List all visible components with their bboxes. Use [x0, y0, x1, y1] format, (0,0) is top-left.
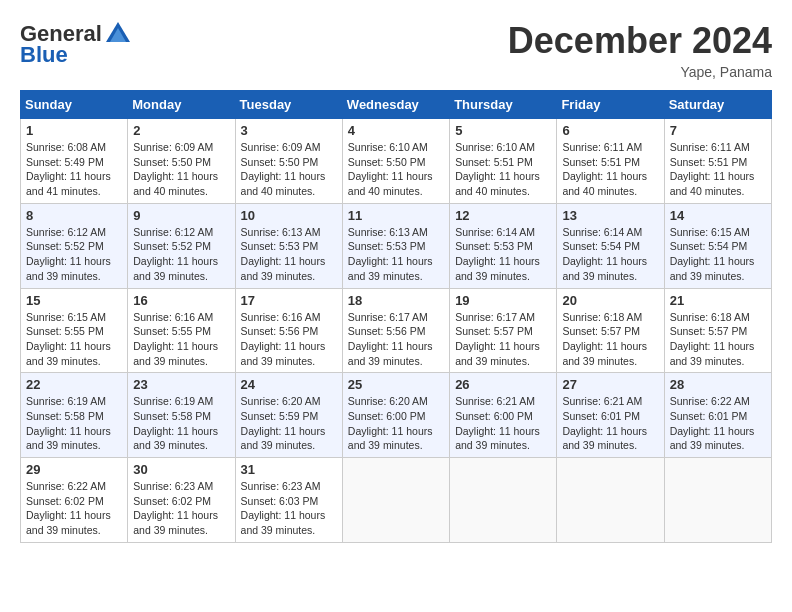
- logo: General Blue: [20, 20, 132, 66]
- calendar-cell: 14Sunrise: 6:15 AMSunset: 5:54 PMDayligh…: [664, 203, 771, 288]
- calendar-cell: 20Sunrise: 6:18 AMSunset: 5:57 PMDayligh…: [557, 288, 664, 373]
- calendar-week-2: 8Sunrise: 6:12 AMSunset: 5:52 PMDaylight…: [21, 203, 772, 288]
- day-number: 16: [133, 293, 229, 308]
- calendar-cell: 11Sunrise: 6:13 AMSunset: 5:53 PMDayligh…: [342, 203, 449, 288]
- day-info: Sunrise: 6:11 AMSunset: 5:51 PMDaylight:…: [562, 140, 658, 199]
- weekday-header-friday: Friday: [557, 91, 664, 119]
- day-number: 7: [670, 123, 766, 138]
- day-number: 27: [562, 377, 658, 392]
- day-number: 29: [26, 462, 122, 477]
- day-info: Sunrise: 6:23 AMSunset: 6:03 PMDaylight:…: [241, 479, 337, 538]
- calendar-cell: 27Sunrise: 6:21 AMSunset: 6:01 PMDayligh…: [557, 373, 664, 458]
- calendar-cell: 6Sunrise: 6:11 AMSunset: 5:51 PMDaylight…: [557, 119, 664, 204]
- page-header: General Blue December 2024 Yape, Panama: [20, 20, 772, 80]
- day-number: 21: [670, 293, 766, 308]
- calendar-cell: 18Sunrise: 6:17 AMSunset: 5:56 PMDayligh…: [342, 288, 449, 373]
- calendar-cell: 4Sunrise: 6:10 AMSunset: 5:50 PMDaylight…: [342, 119, 449, 204]
- day-info: Sunrise: 6:11 AMSunset: 5:51 PMDaylight:…: [670, 140, 766, 199]
- weekday-header-wednesday: Wednesday: [342, 91, 449, 119]
- day-info: Sunrise: 6:09 AMSunset: 5:50 PMDaylight:…: [133, 140, 229, 199]
- day-info: Sunrise: 6:16 AMSunset: 5:56 PMDaylight:…: [241, 310, 337, 369]
- day-info: Sunrise: 6:18 AMSunset: 5:57 PMDaylight:…: [562, 310, 658, 369]
- day-number: 8: [26, 208, 122, 223]
- day-number: 3: [241, 123, 337, 138]
- day-number: 23: [133, 377, 229, 392]
- calendar-cell: 10Sunrise: 6:13 AMSunset: 5:53 PMDayligh…: [235, 203, 342, 288]
- day-info: Sunrise: 6:17 AMSunset: 5:57 PMDaylight:…: [455, 310, 551, 369]
- day-number: 25: [348, 377, 444, 392]
- day-info: Sunrise: 6:10 AMSunset: 5:51 PMDaylight:…: [455, 140, 551, 199]
- calendar-cell: [664, 458, 771, 543]
- day-info: Sunrise: 6:17 AMSunset: 5:56 PMDaylight:…: [348, 310, 444, 369]
- calendar-cell: 12Sunrise: 6:14 AMSunset: 5:53 PMDayligh…: [450, 203, 557, 288]
- weekday-header-row: SundayMondayTuesdayWednesdayThursdayFrid…: [21, 91, 772, 119]
- calendar-cell: 8Sunrise: 6:12 AMSunset: 5:52 PMDaylight…: [21, 203, 128, 288]
- day-info: Sunrise: 6:08 AMSunset: 5:49 PMDaylight:…: [26, 140, 122, 199]
- location: Yape, Panama: [508, 64, 772, 80]
- day-number: 5: [455, 123, 551, 138]
- calendar-table: SundayMondayTuesdayWednesdayThursdayFrid…: [20, 90, 772, 543]
- calendar-cell: 28Sunrise: 6:22 AMSunset: 6:01 PMDayligh…: [664, 373, 771, 458]
- calendar-cell: 5Sunrise: 6:10 AMSunset: 5:51 PMDaylight…: [450, 119, 557, 204]
- calendar-cell: [450, 458, 557, 543]
- day-number: 19: [455, 293, 551, 308]
- calendar-cell: 19Sunrise: 6:17 AMSunset: 5:57 PMDayligh…: [450, 288, 557, 373]
- day-number: 30: [133, 462, 229, 477]
- calendar-cell: 24Sunrise: 6:20 AMSunset: 5:59 PMDayligh…: [235, 373, 342, 458]
- day-info: Sunrise: 6:15 AMSunset: 5:54 PMDaylight:…: [670, 225, 766, 284]
- day-number: 18: [348, 293, 444, 308]
- day-info: Sunrise: 6:22 AMSunset: 6:01 PMDaylight:…: [670, 394, 766, 453]
- logo-icon: [104, 20, 132, 48]
- day-info: Sunrise: 6:20 AMSunset: 6:00 PMDaylight:…: [348, 394, 444, 453]
- day-number: 6: [562, 123, 658, 138]
- calendar-cell: 22Sunrise: 6:19 AMSunset: 5:58 PMDayligh…: [21, 373, 128, 458]
- calendar-cell: 26Sunrise: 6:21 AMSunset: 6:00 PMDayligh…: [450, 373, 557, 458]
- day-number: 17: [241, 293, 337, 308]
- weekday-header-monday: Monday: [128, 91, 235, 119]
- calendar-cell: 31Sunrise: 6:23 AMSunset: 6:03 PMDayligh…: [235, 458, 342, 543]
- day-number: 20: [562, 293, 658, 308]
- day-info: Sunrise: 6:10 AMSunset: 5:50 PMDaylight:…: [348, 140, 444, 199]
- weekday-header-saturday: Saturday: [664, 91, 771, 119]
- calendar-cell: 29Sunrise: 6:22 AMSunset: 6:02 PMDayligh…: [21, 458, 128, 543]
- day-number: 10: [241, 208, 337, 223]
- calendar-week-5: 29Sunrise: 6:22 AMSunset: 6:02 PMDayligh…: [21, 458, 772, 543]
- day-number: 15: [26, 293, 122, 308]
- calendar-week-3: 15Sunrise: 6:15 AMSunset: 5:55 PMDayligh…: [21, 288, 772, 373]
- day-info: Sunrise: 6:09 AMSunset: 5:50 PMDaylight:…: [241, 140, 337, 199]
- day-info: Sunrise: 6:19 AMSunset: 5:58 PMDaylight:…: [133, 394, 229, 453]
- calendar-cell: 17Sunrise: 6:16 AMSunset: 5:56 PMDayligh…: [235, 288, 342, 373]
- calendar-cell: 25Sunrise: 6:20 AMSunset: 6:00 PMDayligh…: [342, 373, 449, 458]
- day-number: 24: [241, 377, 337, 392]
- calendar-cell: 15Sunrise: 6:15 AMSunset: 5:55 PMDayligh…: [21, 288, 128, 373]
- calendar-cell: 7Sunrise: 6:11 AMSunset: 5:51 PMDaylight…: [664, 119, 771, 204]
- day-info: Sunrise: 6:12 AMSunset: 5:52 PMDaylight:…: [26, 225, 122, 284]
- day-info: Sunrise: 6:22 AMSunset: 6:02 PMDaylight:…: [26, 479, 122, 538]
- day-info: Sunrise: 6:13 AMSunset: 5:53 PMDaylight:…: [241, 225, 337, 284]
- calendar-cell: [342, 458, 449, 543]
- calendar-week-4: 22Sunrise: 6:19 AMSunset: 5:58 PMDayligh…: [21, 373, 772, 458]
- calendar-cell: 2Sunrise: 6:09 AMSunset: 5:50 PMDaylight…: [128, 119, 235, 204]
- weekday-header-tuesday: Tuesday: [235, 91, 342, 119]
- day-info: Sunrise: 6:18 AMSunset: 5:57 PMDaylight:…: [670, 310, 766, 369]
- day-number: 26: [455, 377, 551, 392]
- day-number: 31: [241, 462, 337, 477]
- calendar-cell: 3Sunrise: 6:09 AMSunset: 5:50 PMDaylight…: [235, 119, 342, 204]
- calendar-cell: [557, 458, 664, 543]
- day-number: 14: [670, 208, 766, 223]
- day-info: Sunrise: 6:21 AMSunset: 6:00 PMDaylight:…: [455, 394, 551, 453]
- title-section: December 2024 Yape, Panama: [508, 20, 772, 80]
- day-number: 2: [133, 123, 229, 138]
- day-number: 12: [455, 208, 551, 223]
- day-number: 1: [26, 123, 122, 138]
- day-info: Sunrise: 6:13 AMSunset: 5:53 PMDaylight:…: [348, 225, 444, 284]
- day-info: Sunrise: 6:12 AMSunset: 5:52 PMDaylight:…: [133, 225, 229, 284]
- calendar-cell: 13Sunrise: 6:14 AMSunset: 5:54 PMDayligh…: [557, 203, 664, 288]
- calendar-week-1: 1Sunrise: 6:08 AMSunset: 5:49 PMDaylight…: [21, 119, 772, 204]
- day-info: Sunrise: 6:15 AMSunset: 5:55 PMDaylight:…: [26, 310, 122, 369]
- calendar-cell: 16Sunrise: 6:16 AMSunset: 5:55 PMDayligh…: [128, 288, 235, 373]
- day-info: Sunrise: 6:16 AMSunset: 5:55 PMDaylight:…: [133, 310, 229, 369]
- day-info: Sunrise: 6:14 AMSunset: 5:54 PMDaylight:…: [562, 225, 658, 284]
- calendar-cell: 21Sunrise: 6:18 AMSunset: 5:57 PMDayligh…: [664, 288, 771, 373]
- day-number: 11: [348, 208, 444, 223]
